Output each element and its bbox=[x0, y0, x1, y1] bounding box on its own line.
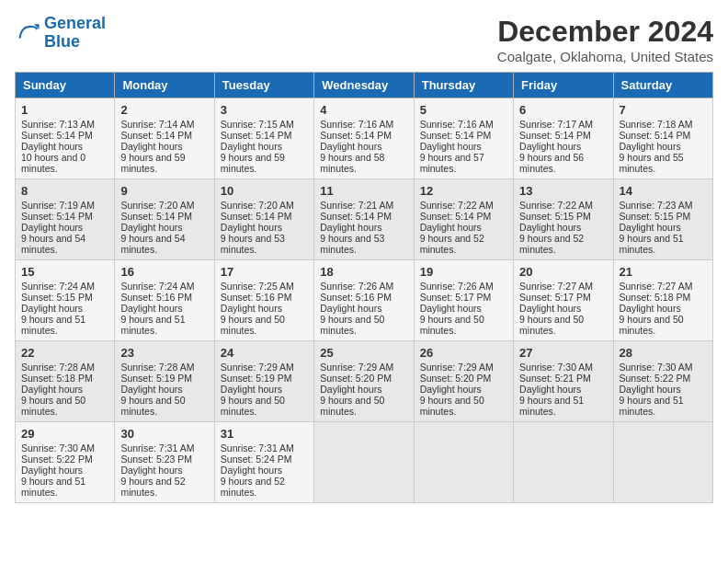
daylight-label: Daylight hours bbox=[21, 141, 83, 152]
daylight-label: Daylight hours bbox=[320, 384, 381, 395]
day-number: 22 bbox=[21, 346, 108, 360]
col-monday: Monday bbox=[115, 73, 214, 98]
daylight-value: 9 hours and 52 minutes. bbox=[221, 476, 285, 498]
calendar-week-row: 15 Sunrise: 7:24 AM Sunset: 5:15 PM Dayl… bbox=[16, 260, 713, 341]
col-wednesday: Wednesday bbox=[314, 73, 414, 98]
day-number: 12 bbox=[420, 184, 507, 198]
sunset-label: Sunset: 5:20 PM bbox=[320, 373, 392, 384]
table-row: 8 Sunrise: 7:19 AM Sunset: 5:14 PM Dayli… bbox=[16, 179, 115, 260]
daylight-value: 9 hours and 51 minutes. bbox=[120, 314, 185, 336]
logo-text: General Blue bbox=[44, 15, 106, 52]
day-number: 27 bbox=[519, 346, 607, 360]
table-row: 16 Sunrise: 7:24 AM Sunset: 5:16 PM Dayl… bbox=[115, 260, 214, 341]
day-number: 2 bbox=[120, 103, 208, 117]
table-row: 13 Sunrise: 7:22 AM Sunset: 5:15 PM Dayl… bbox=[514, 179, 613, 260]
daylight-value: 9 hours and 57 minutes. bbox=[420, 152, 484, 174]
sunrise-label: Sunrise: 7:22 AM bbox=[519, 200, 593, 211]
daylight-value: 9 hours and 53 minutes. bbox=[320, 233, 384, 255]
daylight-value: 9 hours and 50 minutes. bbox=[221, 314, 285, 336]
sunset-label: Sunset: 5:14 PM bbox=[519, 130, 591, 141]
table-row bbox=[514, 422, 613, 503]
sunset-label: Sunset: 5:14 PM bbox=[620, 130, 691, 141]
daylight-value: 9 hours and 59 minutes. bbox=[120, 152, 185, 174]
daylight-label: Daylight hours bbox=[320, 141, 381, 152]
sunset-label: Sunset: 5:15 PM bbox=[620, 211, 691, 222]
sunset-label: Sunset: 5:14 PM bbox=[120, 211, 192, 222]
table-row: 6 Sunrise: 7:17 AM Sunset: 5:14 PM Dayli… bbox=[514, 98, 613, 179]
day-number: 31 bbox=[221, 427, 308, 441]
title-block: December 2024 Coalgate, Oklahoma, United… bbox=[497, 15, 713, 64]
table-row: 20 Sunrise: 7:27 AM Sunset: 5:17 PM Dayl… bbox=[514, 260, 613, 341]
day-number: 26 bbox=[420, 346, 507, 360]
day-number: 11 bbox=[320, 184, 407, 198]
daylight-value: 9 hours and 58 minutes. bbox=[320, 152, 384, 174]
sunrise-label: Sunrise: 7:25 AM bbox=[221, 281, 294, 292]
daylight-label: Daylight hours bbox=[519, 222, 581, 233]
table-row: 7 Sunrise: 7:18 AM Sunset: 5:14 PM Dayli… bbox=[613, 98, 712, 179]
day-number: 8 bbox=[21, 184, 108, 198]
sunrise-label: Sunrise: 7:20 AM bbox=[120, 200, 194, 211]
daylight-value: 9 hours and 52 minutes. bbox=[420, 233, 484, 255]
logo-blue: Blue bbox=[44, 33, 106, 52]
daylight-label: Daylight hours bbox=[320, 222, 381, 233]
table-row: 21 Sunrise: 7:27 AM Sunset: 5:18 PM Dayl… bbox=[613, 260, 712, 341]
sunset-label: Sunset: 5:14 PM bbox=[120, 130, 192, 141]
day-number: 19 bbox=[420, 265, 507, 279]
day-number: 18 bbox=[320, 265, 407, 279]
daylight-value: 9 hours and 51 minutes. bbox=[519, 395, 584, 417]
sunrise-label: Sunrise: 7:31 AM bbox=[221, 442, 294, 454]
page-header: General Blue December 2024 Coalgate, Okl… bbox=[15, 15, 713, 64]
sunset-label: Sunset: 5:16 PM bbox=[221, 292, 292, 303]
sunrise-label: Sunrise: 7:30 AM bbox=[21, 442, 95, 454]
daylight-label: Daylight hours bbox=[221, 303, 282, 314]
daylight-value: 9 hours and 50 minutes. bbox=[420, 395, 484, 417]
daylight-label: Daylight hours bbox=[420, 141, 482, 152]
table-row: 5 Sunrise: 7:16 AM Sunset: 5:14 PM Dayli… bbox=[414, 98, 513, 179]
table-row: 24 Sunrise: 7:29 AM Sunset: 5:19 PM Dayl… bbox=[214, 341, 313, 422]
day-number: 25 bbox=[320, 346, 407, 360]
table-row bbox=[314, 422, 414, 503]
sunrise-label: Sunrise: 7:27 AM bbox=[519, 281, 593, 292]
sunset-label: Sunset: 5:22 PM bbox=[21, 454, 93, 465]
day-number: 7 bbox=[620, 103, 707, 117]
daylight-label: Daylight hours bbox=[320, 303, 381, 314]
sunrise-label: Sunrise: 7:13 AM bbox=[21, 119, 95, 130]
table-row: 19 Sunrise: 7:26 AM Sunset: 5:17 PM Dayl… bbox=[414, 260, 513, 341]
sunset-label: Sunset: 5:18 PM bbox=[620, 292, 691, 303]
month-title: December 2024 bbox=[497, 15, 713, 49]
table-row: 1 Sunrise: 7:13 AM Sunset: 5:14 PM Dayli… bbox=[16, 98, 115, 179]
sunset-label: Sunset: 5:22 PM bbox=[620, 373, 691, 384]
calendar-week-row: 29 Sunrise: 7:30 AM Sunset: 5:22 PM Dayl… bbox=[16, 422, 713, 503]
sunset-label: Sunset: 5:20 PM bbox=[420, 373, 492, 384]
sunset-label: Sunset: 5:15 PM bbox=[21, 292, 93, 303]
sunset-label: Sunset: 5:14 PM bbox=[420, 211, 492, 222]
sunset-label: Sunset: 5:19 PM bbox=[120, 373, 192, 384]
calendar-week-row: 8 Sunrise: 7:19 AM Sunset: 5:14 PM Dayli… bbox=[16, 179, 713, 260]
daylight-label: Daylight hours bbox=[221, 465, 282, 476]
sunrise-label: Sunrise: 7:19 AM bbox=[21, 200, 95, 211]
sunrise-label: Sunrise: 7:28 AM bbox=[21, 362, 95, 373]
sunset-label: Sunset: 5:21 PM bbox=[519, 373, 591, 384]
col-saturday: Saturday bbox=[613, 73, 712, 98]
day-number: 15 bbox=[21, 265, 108, 279]
day-number: 23 bbox=[120, 346, 208, 360]
calendar-header-row: Sunday Monday Tuesday Wednesday Thursday… bbox=[16, 73, 713, 98]
sunrise-label: Sunrise: 7:16 AM bbox=[420, 119, 494, 130]
sunset-label: Sunset: 5:17 PM bbox=[519, 292, 591, 303]
col-thursday: Thursday bbox=[414, 73, 513, 98]
daylight-label: Daylight hours bbox=[120, 384, 182, 395]
daylight-value: 9 hours and 54 minutes. bbox=[21, 233, 85, 255]
daylight-value: 9 hours and 56 minutes. bbox=[519, 152, 584, 174]
day-number: 14 bbox=[620, 184, 707, 198]
col-sunday: Sunday bbox=[16, 73, 115, 98]
col-tuesday: Tuesday bbox=[214, 73, 313, 98]
daylight-value: 9 hours and 50 minutes. bbox=[620, 314, 684, 336]
day-number: 5 bbox=[420, 103, 507, 117]
daylight-value: 9 hours and 52 minutes. bbox=[120, 476, 185, 498]
daylight-value: 9 hours and 50 minutes. bbox=[320, 395, 384, 417]
daylight-label: Daylight hours bbox=[420, 384, 482, 395]
table-row: 12 Sunrise: 7:22 AM Sunset: 5:14 PM Dayl… bbox=[414, 179, 513, 260]
logo-general: General bbox=[44, 14, 106, 32]
table-row: 17 Sunrise: 7:25 AM Sunset: 5:16 PM Dayl… bbox=[214, 260, 313, 341]
sunset-label: Sunset: 5:23 PM bbox=[120, 454, 192, 465]
